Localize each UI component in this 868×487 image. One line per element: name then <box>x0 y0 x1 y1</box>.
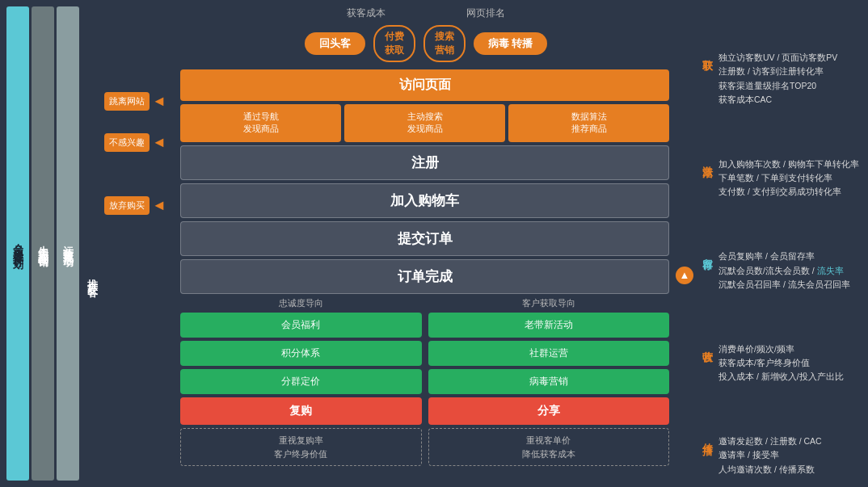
right-arrow-area: ▲ <box>672 69 697 481</box>
activate-metric-items: 加入购物车次数 / 购物车下单转化率 下单笔数 / 下单到支付转化率 支付数 /… <box>718 157 859 199</box>
funnel-main-rows: 推广获客 跳离网站 ◄ 不感兴趣 ◄ 放弃购买 ◄ <box>82 69 697 481</box>
share-note: 重视客单价降低获客成本 <box>428 428 670 467</box>
uninterested-row: 不感兴趣 ◄ <box>104 133 177 152</box>
points-system-btn: 积分体系 <box>180 341 422 366</box>
discover-nav: 通过导航发现商品 <box>180 104 341 142</box>
paid-acquire-btn[interactable]: 付费获取 <box>373 25 415 62</box>
virus-spread-btn[interactable]: 病毒 转播 <box>474 32 548 55</box>
back-customer-btn[interactable]: 回头客 <box>305 32 365 55</box>
uninterested-arrow: ◄ <box>152 134 166 151</box>
abandon-arrow: ◄ <box>152 197 166 214</box>
complete-order-step: 订单完成 <box>180 259 669 294</box>
promo-label: 推广获客 <box>82 69 102 481</box>
community-ops-btn: 社群运营 <box>428 341 670 366</box>
acquire-col: 客户获取导向 老带新活动 社群运营 病毒营销 分享 重视客单价降低获客成本 <box>428 297 670 467</box>
bottom-funnel: 忠诚度导向 会员福利 积分体系 分群定价 复购 重视复购率客户终身价值 客户获取… <box>180 297 669 467</box>
abandon-row: 放弃购买 ◄ <box>104 196 177 215</box>
rank-label: 网页排名 <box>466 6 505 20</box>
member-loyalty-bar: 会员忠诚度计划 <box>6 6 29 481</box>
bounce-row: 跳离网站 ◄ <box>104 92 177 111</box>
viral-marketing-btn: 病毒营销 <box>428 369 670 394</box>
repurchase-btn[interactable]: 复购 <box>180 397 422 425</box>
activate-metric-title: 激活 <box>700 157 714 161</box>
revenue-metric-title: 营收 <box>700 342 714 346</box>
up-arrow-icon: ▲ <box>676 267 693 284</box>
share-btn[interactable]: 分享 <box>428 397 670 425</box>
bounce-arrow: ◄ <box>152 93 166 110</box>
revenue-metric-items: 消费单价/频次/频率 获客成本/客户终身价值 投入成本 / 新增收入/投入产出比 <box>718 342 844 384</box>
loyalty-header: 忠诚度导向 <box>180 297 422 309</box>
old-new-activity-btn: 老带新活动 <box>428 313 670 338</box>
visit-page-step: 访问页面 <box>180 69 669 101</box>
main-layout: 会员忠诚度计划 生命周期营销 运营常规活动 获客成本 网页排名 回头客 付费获取… <box>0 0 868 487</box>
left-vertical-bars: 会员忠诚度计划 生命周期营销 运营常规活动 <box>6 6 79 481</box>
spread-metric-items: 邀请发起数 / 注册数 / CAC 邀请率 / 接受率 人均邀请次数 / 传播系… <box>718 435 822 477</box>
discover-algo: 数据算法推荐商品 <box>508 104 669 142</box>
discover-row: 通过导航发现商品 主动搜索发现商品 数据算法推荐商品 <box>180 104 669 142</box>
left-side-tags: 跳离网站 ◄ 不感兴趣 ◄ 放弃购买 ◄ <box>104 69 177 481</box>
abandon-tag: 放弃购买 <box>104 196 150 215</box>
search-marketing-btn[interactable]: 搜索营销 <box>423 25 466 62</box>
funnel-steps: 访问页面 通过导航发现商品 主动搜索发现商品 数据算法推荐商品 注册 加入购物车… <box>180 69 669 481</box>
top-labels-row: 获客成本 网页排名 <box>82 6 697 20</box>
main-funnel: 获客成本 网页排名 回头客 付费获取 搜索营销 病毒 转播 推广获客 跳离网站 … <box>82 6 697 481</box>
register-step: 注册 <box>180 145 669 180</box>
submit-order-step: 提交订单 <box>180 221 669 256</box>
revenue-metric: 营收 消费单价/频次/频率 获客成本/客户终身价值 投入成本 / 新增收入/投入… <box>700 342 862 384</box>
right-metrics-panel: 获取 独立访客数UV / 页面访客数PV 注册数 / 访客到注册转化率 获客渠道… <box>700 6 862 481</box>
life-cycle-bar: 生命周期营销 <box>32 6 54 481</box>
bounce-tag: 跳离网站 <box>104 92 150 111</box>
acquire-header: 客户获取导向 <box>428 297 670 309</box>
acquire-metric-items: 独立访客数UV / 页面访客数PV 注册数 / 访客到注册转化率 获客渠道量级排… <box>718 51 837 107</box>
retain-metric: 留存 会员复购率 / 会员留存率 沉默会员数/流失会员数 / 流失率 沉默会员召… <box>700 250 862 292</box>
regular-ops-bar: 运营常规活动 <box>57 6 79 481</box>
member-benefit-btn: 会员福利 <box>180 313 422 338</box>
segment-pricing-btn: 分群定价 <box>180 369 422 394</box>
add-cart-step: 加入购物车 <box>180 183 669 218</box>
uninterested-tag: 不感兴趣 <box>104 133 150 152</box>
retain-metric-items: 会员复购率 / 会员留存率 沉默会员数/流失会员数 / 流失率 沉默会员召回率 … <box>718 250 850 292</box>
top-buttons-row: 回头客 付费获取 搜索营销 病毒 转播 <box>82 25 697 62</box>
discover-search: 主动搜索发现商品 <box>344 104 505 142</box>
repurchase-note: 重视复购率客户终身价值 <box>180 428 422 467</box>
acquire-metric-title: 获取 <box>700 51 714 54</box>
loyalty-col: 忠诚度导向 会员福利 积分体系 分群定价 复购 重视复购率客户终身价值 <box>180 297 422 467</box>
retain-metric-title: 留存 <box>700 250 714 253</box>
activate-metric: 激活 加入购物车次数 / 购物车下单转化率 下单笔数 / 下单到支付转化率 支付… <box>700 157 862 199</box>
spread-metric: 传播 邀请发起数 / 注册数 / CAC 邀请率 / 接受率 人均邀请次数 / … <box>700 435 862 477</box>
spread-metric-title: 传播 <box>700 435 714 438</box>
cost-label: 获客成本 <box>347 6 386 20</box>
acquire-metric: 获取 独立访客数UV / 页面访客数PV 注册数 / 访客到注册转化率 获客渠道… <box>700 51 862 107</box>
